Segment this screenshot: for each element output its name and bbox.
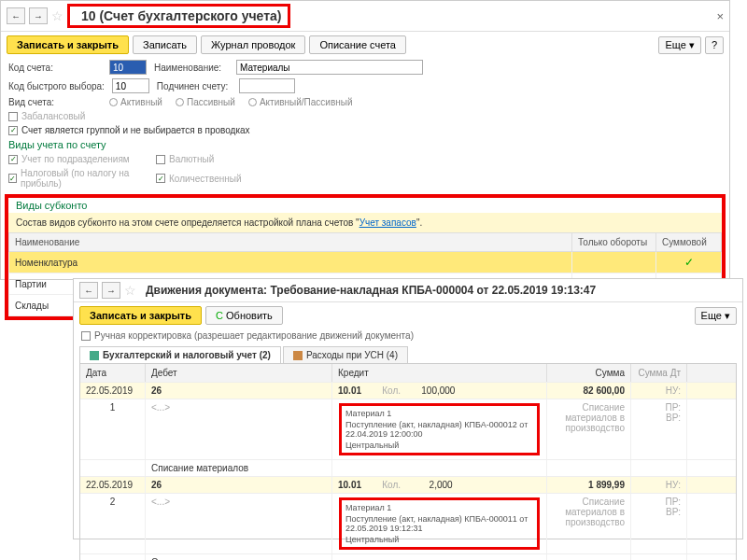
parent-input[interactable] (239, 78, 295, 93)
grid-subrow: Списание материалов (80, 459, 736, 476)
stock-link[interactable]: Учет запасов (359, 217, 416, 228)
help-button[interactable]: ? (705, 36, 724, 54)
forward-button[interactable]: → (102, 282, 120, 299)
window-title: 10 (Счет бухгалтерского учета) (67, 4, 290, 28)
grid-subrow: 2 <...> Материал 1 Поступление (акт, нак… (80, 493, 736, 553)
tabs: Бухгалтерский и налоговый учет (2) Расхо… (74, 346, 742, 363)
forward-button[interactable]: → (29, 7, 48, 24)
credit-detail-highlighted: Материал 1 Поступление (акт, накладная) … (339, 497, 540, 550)
offbalance-checkbox[interactable]: Забалансовый (8, 111, 85, 121)
tab-accounting[interactable]: Бухгалтерский и налоговый учет (2) (79, 346, 281, 363)
window-title: Движения документа: Требование-накладная… (146, 284, 596, 297)
name-input[interactable] (236, 60, 423, 75)
tab-icon (293, 351, 303, 360)
tax-checkbox[interactable]: ✓Налоговый (по налогу на прибыль) (8, 168, 148, 189)
star-icon[interactable]: ☆ (51, 8, 63, 23)
info-bar: Состав видов субконто на этом счете опре… (8, 213, 722, 232)
fast-label: Код быстрого выбора: (8, 81, 105, 91)
account-window: ← → ☆ 10 (Счет бухгалтерского учета) × З… (0, 0, 730, 280)
star-icon[interactable]: ☆ (124, 283, 136, 298)
close-icon[interactable]: × (716, 9, 724, 23)
tab-usn[interactable]: Расходы при УСН (4) (283, 346, 408, 363)
grid-subrow: Списание материалов (80, 553, 736, 560)
currency-checkbox[interactable]: Валютный (156, 154, 214, 164)
back-button[interactable]: ← (7, 7, 25, 24)
th-name: Наименование (9, 233, 572, 252)
code-label: Код счета: (8, 63, 102, 73)
postings-grid: Дата Дебет Кредит Сумма Сумма Дт 22.05.2… (79, 363, 737, 560)
more-button[interactable]: Еще ▾ (695, 307, 737, 325)
tab-icon (90, 351, 99, 360)
type-radio-group: Активный Пассивный Активный/Пассивный (109, 97, 353, 107)
group-checkbox[interactable]: ✓Счет является группой и не выбирается в… (8, 125, 250, 135)
more-button[interactable]: Еще ▾ (658, 36, 700, 54)
grid-row[interactable]: 22.05.2019 26 10.01 Кол. 100,000 82 600,… (80, 382, 736, 399)
save-button[interactable]: Записать (133, 35, 197, 54)
radio-passive[interactable]: Пассивный (176, 97, 235, 107)
fast-input[interactable] (112, 78, 149, 93)
section-types: Виды учета по счету (1, 137, 729, 152)
save-close-button[interactable]: Записать и закрыть (79, 306, 202, 325)
name-label: Наименование: (154, 63, 229, 73)
section-subkonto: Виды субконто (8, 198, 722, 213)
save-close-button[interactable]: Записать и закрыть (7, 35, 129, 54)
toolbar: Записать и закрыть Записать Журнал прово… (1, 32, 729, 58)
credit-detail-highlighted: Материал 1 Поступление (акт, накладная) … (339, 403, 540, 455)
toolbar: Записать и закрыть С Обновить Еще ▾ (74, 302, 742, 329)
th-sum: Суммовой (656, 233, 722, 252)
manual-checkbox[interactable]: Ручная корректировка (разрешает редактир… (81, 330, 414, 341)
movements-window: ← → ☆ Движения документа: Требование-нак… (73, 278, 743, 539)
grid-header: Дата Дебет Кредит Сумма Сумма Дт (80, 364, 736, 382)
parent-label: Подчинен счету: (157, 81, 232, 91)
titlebar: ← → ☆ Движения документа: Требование-нак… (74, 279, 742, 302)
radio-active[interactable]: Активный (109, 97, 162, 107)
grid-subrow: 1 <...> Материал 1 Поступление (акт, нак… (80, 399, 736, 459)
qty-checkbox[interactable]: ✓Количественный (156, 174, 242, 184)
titlebar: ← → ☆ 10 (Счет бухгалтерского учета) × (1, 1, 729, 32)
type-label: Вид счета: (8, 97, 102, 107)
grid-row[interactable]: 22.05.2019 26 10.01 Кол. 2,000 1 899,99 … (80, 476, 736, 493)
journal-button[interactable]: Журнал проводок (201, 35, 305, 54)
description-button[interactable]: Описание счета (309, 35, 406, 54)
refresh-button[interactable]: С Обновить (205, 306, 283, 325)
table-row[interactable]: Номенклатура✓ (9, 252, 722, 273)
dept-checkbox[interactable]: ✓Учет по подразделениям (8, 154, 148, 164)
th-turn: Только обороты (572, 233, 656, 252)
code-input[interactable] (109, 60, 147, 75)
back-button[interactable]: ← (79, 282, 98, 299)
radio-ap[interactable]: Активный/Пассивный (248, 97, 353, 107)
